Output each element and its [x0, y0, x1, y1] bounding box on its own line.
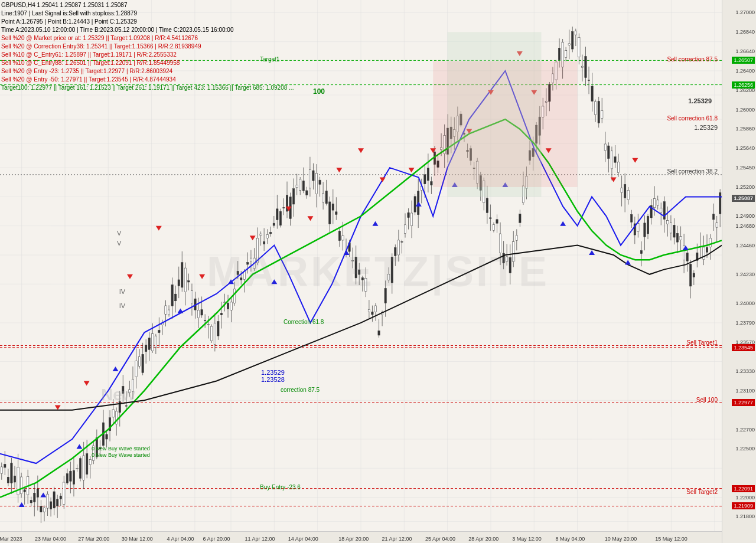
time-label: 28 Apr 20:00	[468, 536, 498, 542]
price-label: 1.26000	[735, 107, 755, 113]
price-label: 1.26400	[735, 68, 755, 74]
price-label: 1.25450	[735, 165, 755, 171]
time-label: 10 May 20:00	[605, 536, 637, 542]
price-label: 1.25087	[732, 195, 755, 202]
price-label: 1.26640	[735, 48, 755, 54]
price-axis: 1.270001.268401.266401.265071.264001.262…	[722, 0, 756, 543]
price-label: 1.26507	[732, 57, 755, 64]
price-label: 1.27000	[735, 9, 755, 15]
price-label: 1.24680	[735, 223, 755, 229]
time-label: 20 Mar 2023	[0, 536, 22, 542]
price-label: 1.25200	[735, 184, 755, 190]
price-label: 1.22977	[732, 399, 755, 406]
time-label: 23 Mar 04:00	[35, 536, 66, 542]
time-label: 6 Apr 20:00	[203, 536, 230, 542]
time-label: 4 Apr 04:00	[167, 536, 194, 542]
time-label: 14 Apr 04:00	[288, 536, 318, 542]
price-label: 1.24460	[735, 243, 755, 248]
price-label: 1.21800	[735, 513, 755, 519]
chart-container: MARKETZ|SITE GBPUSD,H4 1.25041 1.25087 1…	[0, 0, 756, 543]
time-label: 11 Apr 12:00	[245, 536, 275, 542]
price-label: 1.21909	[732, 502, 755, 509]
time-label: 21 Apr 12:00	[382, 536, 412, 542]
chart-canvas	[0, 0, 756, 543]
price-label: 1.23330	[735, 368, 755, 374]
price-label: 1.22000	[735, 495, 755, 501]
price-label: 1.22500	[735, 446, 755, 452]
time-label: 3 May 12:00	[512, 536, 542, 542]
price-label: 1.23545	[732, 344, 755, 351]
time-label: 27 Mar 20:00	[78, 536, 109, 542]
price-label: 1.22091	[732, 485, 755, 492]
price-label: 1.24000	[735, 300, 755, 306]
price-label: 1.26256	[732, 81, 755, 89]
time-label: 18 Apr 20:00	[338, 536, 369, 542]
time-label: 25 Apr 04:00	[425, 536, 455, 542]
time-label: 8 May 04:00	[556, 536, 585, 542]
price-label: 1.24230	[735, 272, 755, 277]
price-label: 1.25860	[735, 126, 755, 132]
price-label: 1.26840	[735, 29, 755, 35]
time-label: 15 May 12:00	[655, 536, 687, 542]
time-label: 30 Mar 12:00	[122, 536, 153, 542]
price-label: 1.22700	[735, 427, 755, 433]
time-axis: 20 Mar 202323 Mar 04:0027 Mar 20:0030 Ma…	[0, 531, 722, 543]
price-label: 1.24900	[735, 213, 755, 219]
price-label: 1.23100	[735, 388, 755, 394]
price-label: 1.25640	[735, 145, 755, 151]
price-label: 1.23790	[735, 320, 755, 326]
